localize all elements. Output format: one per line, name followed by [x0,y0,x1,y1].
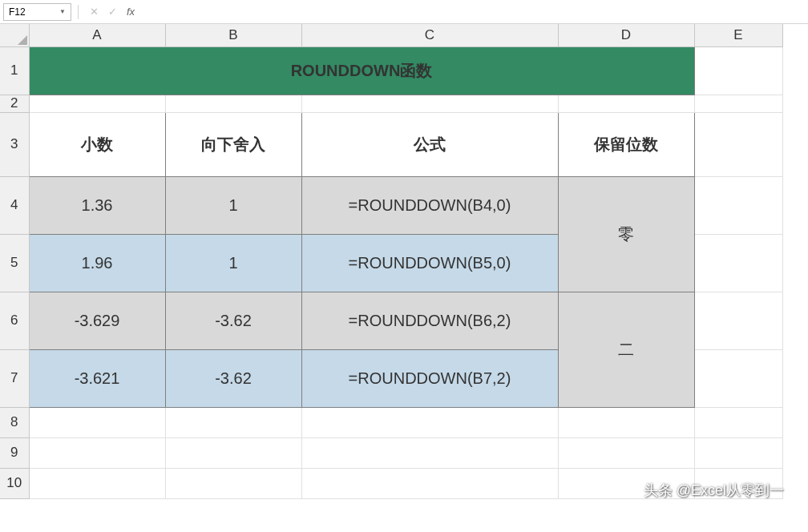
cell-e1[interactable] [694,46,782,95]
header-d[interactable]: 保留位数 [558,112,694,176]
cell-c6[interactable]: =ROUNDDOWN(B6,2) [301,292,558,349]
cell-a9[interactable] [29,437,165,468]
cell-e10[interactable] [694,468,782,498]
name-box-value: F12 [9,6,26,18]
col-header-e[interactable]: E [694,24,782,46]
cell-b8[interactable] [165,407,301,437]
cell-c5[interactable]: =ROUNDDOWN(B5,0) [301,234,558,292]
cell-d8[interactable] [558,407,694,437]
row-header-1[interactable]: 1 [0,46,29,95]
cell-b2[interactable] [165,95,301,112]
cancel-icon[interactable]: ✕ [90,6,99,18]
cell-d6-7[interactable]: 二 [558,292,694,407]
fx-icon[interactable]: fx [127,6,135,18]
cell-b10[interactable] [165,468,301,498]
cell-a8[interactable] [29,407,165,437]
cell-c2[interactable] [301,95,558,112]
row-header-10[interactable]: 10 [0,468,29,498]
row-header-5[interactable]: 5 [0,234,29,292]
cell-b6[interactable]: -3.62 [165,292,301,349]
row-header-8[interactable]: 8 [0,407,29,437]
header-c[interactable]: 公式 [301,112,558,176]
cell-c4[interactable]: =ROUNDDOWN(B4,0) [301,176,558,234]
cell-e6[interactable] [694,292,782,349]
col-header-a[interactable]: A [29,24,165,46]
cell-b7[interactable]: -3.62 [165,349,301,407]
row-header-4[interactable]: 4 [0,176,29,234]
cell-d10[interactable] [558,468,694,498]
title-cell[interactable]: ROUNDDOWN函数 [29,46,694,95]
cell-a6[interactable]: -3.629 [29,292,165,349]
formula-input[interactable] [139,3,808,21]
cell-c8[interactable] [301,407,558,437]
divider [78,5,79,19]
row-header-3[interactable]: 3 [0,112,29,176]
cell-a7[interactable]: -3.621 [29,349,165,407]
cell-a2[interactable] [29,95,165,112]
cell-c10[interactable] [301,468,558,498]
cell-e4[interactable] [694,176,782,234]
name-box[interactable]: F12 ▼ [3,3,71,21]
row-header-6[interactable]: 6 [0,292,29,349]
cell-d9[interactable] [558,437,694,468]
cell-e7[interactable] [694,349,782,407]
col-header-b[interactable]: B [165,24,301,46]
confirm-icon[interactable]: ✓ [108,6,117,18]
cell-e3[interactable] [694,112,782,176]
header-a[interactable]: 小数 [29,112,165,176]
row-header-7[interactable]: 7 [0,349,29,407]
cell-e9[interactable] [694,437,782,468]
col-header-c[interactable]: C [301,24,558,46]
cell-d4-5[interactable]: 零 [558,176,694,292]
select-all-corner[interactable] [0,24,29,46]
cell-c7[interactable]: =ROUNDDOWN(B7,2) [301,349,558,407]
row-header-9[interactable]: 9 [0,437,29,468]
worksheet: A B C D E 1 ROUNDDOWN函数 2 3 小数 向下舍入 公式 保… [0,24,808,499]
formula-bar-area: F12 ▼ ✕ ✓ fx [0,0,808,24]
cell-b5[interactable]: 1 [165,234,301,292]
cell-e8[interactable] [694,407,782,437]
header-b[interactable]: 向下舍入 [165,112,301,176]
cell-a4[interactable]: 1.36 [29,176,165,234]
cell-c9[interactable] [301,437,558,468]
chevron-down-icon: ▼ [59,8,66,15]
cell-e5[interactable] [694,234,782,292]
cell-b4[interactable]: 1 [165,176,301,234]
row-header-2[interactable]: 2 [0,95,29,112]
grid-table: A B C D E 1 ROUNDDOWN函数 2 3 小数 向下舍入 公式 保… [0,24,783,499]
cell-e2[interactable] [694,95,782,112]
cell-d2[interactable] [558,95,694,112]
col-header-d[interactable]: D [558,24,694,46]
cell-a10[interactable] [29,468,165,498]
cell-b9[interactable] [165,437,301,468]
cell-a5[interactable]: 1.96 [29,234,165,292]
